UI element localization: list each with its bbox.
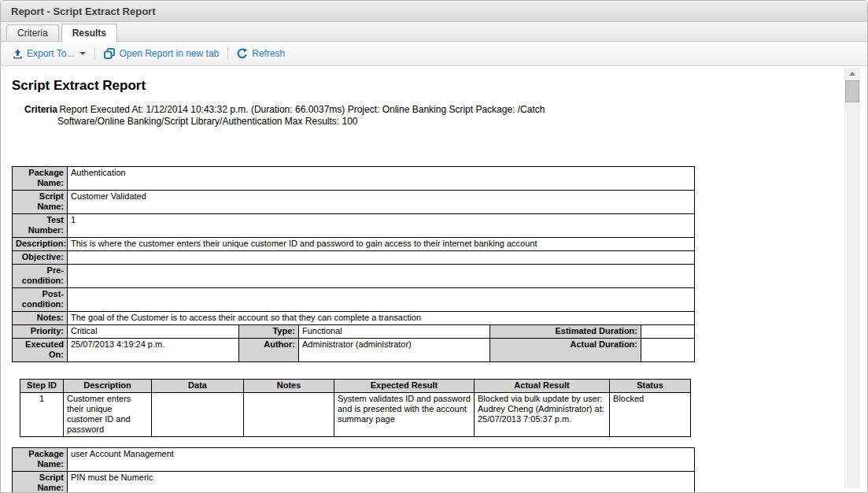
tab-results[interactable]: Results [61,24,117,42]
tab-criteria[interactable]: Criteria [6,24,59,41]
criteria-label: Criteria [24,104,57,115]
script-details-table: Package Name: user Account Management Sc… [12,447,695,492]
criteria-summary: Criteria Report Executed At: 1/12/2014 1… [24,104,580,128]
field-label: Executed On: [13,339,68,362]
report-toolbar: Export To... Open Report in new tab Refr… [1,42,867,66]
table-row: Post-condition: [13,288,695,312]
export-button-label: Export To... [27,48,74,59]
field-value: The goal of the Customer is to access th… [68,312,695,325]
steps-header-cell: Actual Result [475,380,610,393]
upload-icon [13,49,23,59]
table-row: Script Name: PIN must be Numeric [13,472,695,493]
field-value: Functional [299,325,490,339]
caret-down-icon [79,52,86,55]
field-label: Description: [13,238,68,251]
steps-cell-data [152,393,244,437]
steps-header-cell: Notes [244,380,334,393]
toolbar-separator [94,47,95,60]
field-label: Test Number: [13,214,68,238]
steps-cell-notes [244,393,334,437]
field-label: Priority: [13,325,68,339]
field-value: PIN must be Numeric [68,472,695,493]
steps-cell-step-id: 1 [20,393,64,437]
window-title: Report - Script Extract Report [1,1,867,22]
field-label: Objective: [13,251,68,265]
table-row: Pre-condition: [13,265,695,288]
field-value: 25/07/2013 4:19:24 p.m. [68,339,239,362]
field-label: Pre-condition: [13,265,68,288]
field-label: Post-condition: [13,288,68,312]
steps-header-cell: Description [64,380,152,393]
field-value: Critical [68,325,239,339]
tab-strip: Criteria Results [1,22,867,42]
toolbar-separator [227,47,228,60]
steps-data-row: 1 Customer enters their unique customer … [20,393,691,437]
steps-table: Step ID Description Data Notes Expected … [20,379,691,437]
table-row: Package Name: user Account Management [13,448,695,472]
steps-cell-status: Blocked [610,393,691,437]
field-value: This is where the customer enters their … [68,238,695,251]
scroll-up-button[interactable] [844,68,860,80]
table-row: Description: This is where the customer … [13,238,695,251]
field-label: Notes: [13,312,68,325]
field-label: Author: [239,339,299,362]
open-report-new-tab-button[interactable]: Open Report in new tab [100,46,223,61]
report-title: Script Extract Report [12,78,836,94]
table-row: Script Name: Customer Validated [13,191,695,214]
steps-header-cell: Data [152,380,244,393]
field-value: user Account Management [68,448,695,472]
script-details-table: Package Name: Authentication Script Name… [12,166,695,362]
field-value [641,325,695,339]
steps-header-cell: Expected Result [334,380,475,393]
scrollbar-thumb[interactable] [845,80,859,102]
table-row: Test Number: 1 [13,214,695,238]
field-value [68,265,695,288]
report-content-area: Script Extract Report Criteria Report Ex… [1,66,867,492]
vertical-scrollbar[interactable] [844,68,860,488]
criteria-text: Report Executed At: 1/12/2014 10:43:32 p… [57,104,545,127]
refresh-icon [237,48,248,59]
report-window: Report - Script Extract Report Criteria … [0,0,868,493]
table-row: Priority: Critical Type: Functional Esti… [13,325,695,339]
triangle-up-icon [849,72,855,76]
steps-header-cell: Step ID [20,380,64,393]
table-row: Executed On: 25/07/2013 4:19:24 p.m. Aut… [13,339,695,362]
report-body: Script Extract Report Criteria Report Ex… [1,66,867,492]
field-value [68,288,695,312]
refresh-button-label: Refresh [252,48,285,59]
table-row: Objective: [13,251,695,265]
steps-header-cell: Status [610,380,691,393]
field-label: Script Name: [13,191,68,214]
table-row: Package Name: Authentication [13,167,695,191]
open-report-button-label: Open Report in new tab [119,48,219,59]
table-row: Notes: The goal of the Customer is to ac… [13,312,695,325]
field-label: Package Name: [13,167,68,191]
export-button[interactable]: Export To... [9,46,90,61]
field-value [641,339,695,362]
field-value: Administrator (administrator) [299,339,490,362]
field-value: 1 [68,214,695,238]
steps-header-row: Step ID Description Data Notes Expected … [20,380,691,393]
field-label: Package Name: [13,448,68,472]
field-label: Type: [239,325,299,339]
steps-cell-expected-result: System validates ID and password and is … [334,393,475,437]
field-value [68,251,695,265]
field-value: Authentication [68,167,695,191]
copy-window-icon [104,48,115,59]
field-label: Actual Duration: [490,339,641,362]
field-label: Script Name: [13,472,68,493]
steps-cell-actual-result: Blocked via bulk update by user: Audrey … [475,393,610,437]
steps-cell-description: Customer enters their unique customer ID… [64,393,152,437]
field-label: Estimated Duration: [490,325,641,339]
field-value: Customer Validated [68,191,695,214]
refresh-button[interactable]: Refresh [233,46,289,61]
